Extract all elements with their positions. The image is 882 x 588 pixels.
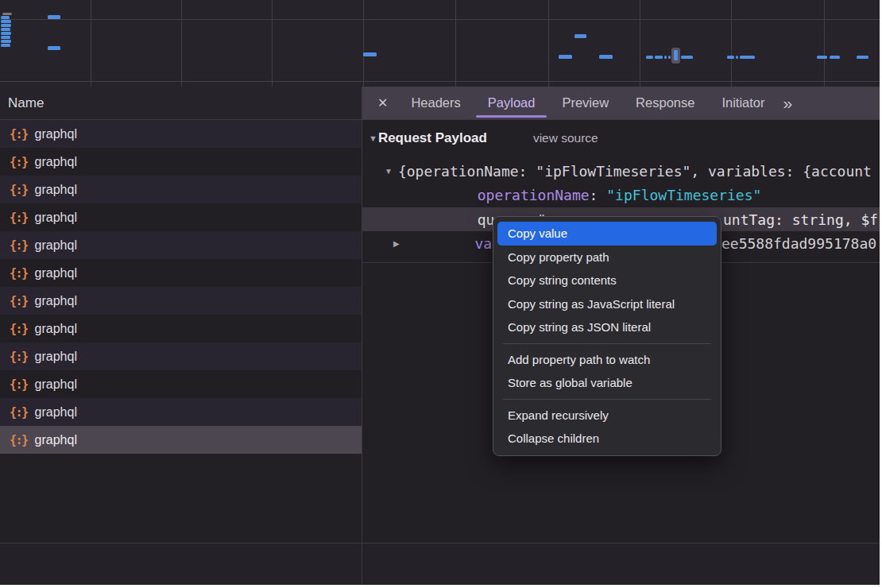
expanded-triangle-icon[interactable]: ▼ bbox=[369, 133, 377, 143]
name-column-label: Name bbox=[8, 95, 44, 111]
column-header-name[interactable]: Name bbox=[0, 87, 362, 120]
menu-item-copy-value[interactable]: Copy value bbox=[497, 222, 717, 246]
menu-item-add-property-path-to-watch[interactable]: Add property path to watch bbox=[493, 348, 721, 372]
request-timing-bar bbox=[1, 20, 11, 23]
request-row[interactable]: {:}graphql bbox=[0, 203, 362, 231]
property-value-string: "ipFlowTimeseries" bbox=[606, 187, 761, 203]
request-name: graphql bbox=[35, 322, 77, 336]
request-timing-bar bbox=[655, 56, 663, 59]
overview-gridline bbox=[363, 0, 364, 87]
key-value-separator: : bbox=[590, 187, 607, 203]
request-timing-bar bbox=[1, 32, 11, 35]
request-timing-bar bbox=[664, 56, 667, 59]
overview-gridline bbox=[0, 81, 880, 82]
menu-separator bbox=[503, 343, 711, 344]
view-source-link[interactable]: view source bbox=[533, 131, 598, 145]
request-timing-bar bbox=[736, 56, 738, 59]
request-list: {:}graphql{:}graphql{:}graphql{:}graphql… bbox=[0, 120, 362, 542]
request-timing-bar bbox=[1, 36, 10, 39]
request-name: graphql bbox=[35, 127, 77, 141]
request-timing-bar bbox=[1, 40, 11, 43]
request-timing-bar bbox=[681, 56, 693, 59]
json-request-icon: {:} bbox=[10, 155, 28, 169]
json-request-icon: {:} bbox=[10, 127, 28, 141]
overview-gridline bbox=[0, 19, 880, 20]
json-request-icon: {:} bbox=[10, 350, 28, 364]
request-timing-bar bbox=[2, 13, 12, 15]
request-timing-bar bbox=[830, 56, 840, 59]
request-row[interactable]: {:}graphql bbox=[0, 315, 362, 342]
more-tabs-icon[interactable]: » bbox=[783, 94, 793, 113]
tab-preview[interactable]: Preview bbox=[548, 87, 622, 119]
json-request-icon: {:} bbox=[10, 211, 28, 225]
request-timing-bar bbox=[668, 56, 671, 59]
request-timing-bar bbox=[1, 16, 10, 19]
overview-gridline bbox=[824, 0, 825, 87]
request-timing-bar bbox=[857, 56, 868, 59]
menu-item-store-as-global-variable[interactable]: Store as global variable bbox=[493, 371, 721, 395]
menu-separator bbox=[503, 399, 711, 400]
json-request-icon: {:} bbox=[10, 405, 28, 420]
request-name: graphql bbox=[35, 183, 77, 197]
json-request-icon: {:} bbox=[10, 377, 28, 392]
request-row[interactable]: {:}graphql bbox=[0, 370, 362, 398]
network-overview-timeline[interactable] bbox=[0, 0, 880, 87]
request-row[interactable]: {:}graphql bbox=[0, 426, 362, 454]
request-row[interactable]: {:}graphql bbox=[0, 259, 362, 287]
request-timing-bar bbox=[363, 52, 377, 56]
tab-headers[interactable]: Headers bbox=[397, 87, 474, 119]
selected-request-marker[interactable] bbox=[671, 48, 680, 64]
json-request-icon: {:} bbox=[10, 433, 28, 447]
request-name: graphql bbox=[35, 238, 77, 253]
expanded-triangle-icon[interactable]: ▼ bbox=[385, 167, 393, 176]
json-request-icon: {:} bbox=[10, 322, 28, 336]
overview-gridline bbox=[731, 0, 732, 87]
request-row[interactable]: {:}graphql bbox=[0, 398, 362, 426]
close-icon[interactable]: ✕ bbox=[377, 95, 388, 110]
request-name: graphql bbox=[35, 155, 77, 169]
json-request-icon: {:} bbox=[10, 183, 28, 197]
menu-item-collapse-children[interactable]: Collapse children bbox=[493, 427, 721, 451]
request-row[interactable]: {:}graphql bbox=[0, 287, 362, 315]
menu-item-copy-property-path[interactable]: Copy property path bbox=[493, 246, 721, 269]
menu-item-copy-string-as-json-literal[interactable]: Copy string as JSON literal bbox=[493, 315, 721, 339]
json-request-icon: {:} bbox=[10, 294, 28, 308]
request-timing-bar bbox=[740, 56, 755, 59]
overview-gridline bbox=[640, 0, 640, 87]
pane-divider[interactable] bbox=[362, 87, 362, 585]
tab-response[interactable]: Response bbox=[622, 87, 708, 119]
request-row[interactable]: {:}graphql bbox=[0, 148, 362, 176]
property-value-right-fragment: untTag: string, $f bbox=[723, 211, 878, 228]
request-timing-bar bbox=[48, 46, 60, 50]
request-row[interactable]: {:}graphql bbox=[0, 342, 362, 370]
request-row[interactable]: {:}graphql bbox=[0, 176, 362, 203]
request-row[interactable]: {:}graphql bbox=[0, 231, 362, 259]
request-name: graphql bbox=[35, 377, 77, 392]
request-name: graphql bbox=[35, 294, 77, 308]
request-timing-bar bbox=[1, 24, 11, 27]
variables-preview-fragment: ee5588fdad995178a0 bbox=[721, 235, 876, 252]
overview-gridline bbox=[548, 0, 549, 87]
footer-bar bbox=[0, 543, 880, 585]
menu-item-copy-string-contents[interactable]: Copy string contents bbox=[493, 269, 721, 292]
request-timing-bar bbox=[48, 15, 60, 19]
menu-item-expand-recursively[interactable]: Expand recursively bbox=[493, 404, 721, 427]
request-name: graphql bbox=[35, 211, 77, 225]
tab-initiator[interactable]: Initiator bbox=[708, 87, 778, 119]
tab-payload[interactable]: Payload bbox=[474, 87, 549, 119]
collapsed-triangle-icon[interactable]: ▶ bbox=[393, 239, 400, 248]
request-name: graphql bbox=[35, 350, 77, 364]
json-request-icon: {:} bbox=[10, 266, 28, 280]
overview-gridline bbox=[272, 0, 273, 87]
request-timing-bar bbox=[1, 28, 10, 31]
request-timing-bar bbox=[559, 55, 572, 59]
request-name: graphql bbox=[35, 433, 77, 447]
overview-gridline bbox=[91, 0, 91, 87]
devtools-window: Name {:}graphql{:}graphql{:}graphql{:}gr… bbox=[0, 0, 880, 585]
context-menu: Copy valueCopy property pathCopy string … bbox=[493, 216, 721, 456]
menu-item-copy-string-as-javascript-literal[interactable]: Copy string as JavaScript literal bbox=[493, 292, 721, 316]
request-timing-bar bbox=[1, 44, 10, 47]
request-row[interactable]: {:}graphql bbox=[0, 120, 362, 148]
request-payload-section-header[interactable]: ▼Request Payload view source bbox=[369, 130, 598, 146]
section-title: Request Payload bbox=[378, 130, 487, 146]
